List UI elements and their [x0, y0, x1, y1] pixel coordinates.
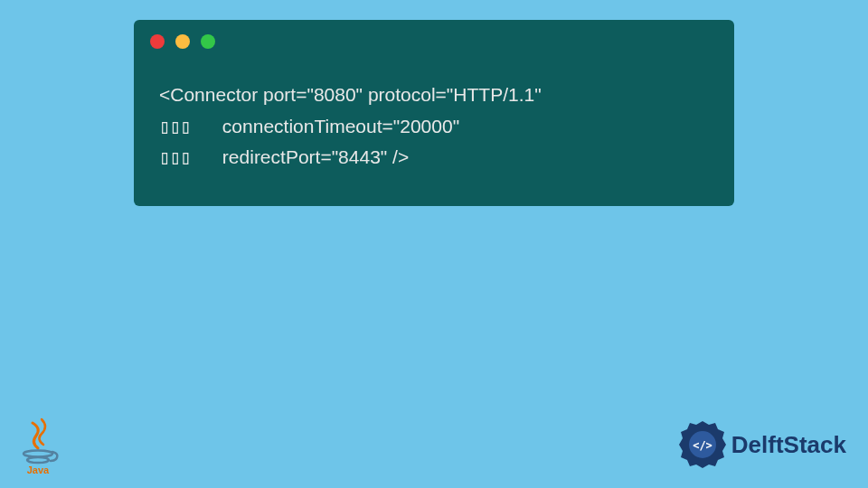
svg-point-0 [24, 451, 52, 457]
java-logo-icon: Java [16, 418, 61, 475]
code-line-3: redirectPort="8443" /> [222, 146, 409, 167]
svg-text:</>: </> [693, 439, 712, 452]
code-line-2: connectionTimeout="20000" [222, 116, 459, 136]
window-controls [134, 20, 734, 58]
maximize-icon [201, 34, 215, 49]
delftstack-badge-icon: </> [677, 419, 728, 470]
delftstack-label: DelftStack [731, 431, 846, 459]
code-window: <Connector port="8080" protocol="HTTP/1.… [134, 20, 734, 206]
indent-glyphs: ▯▯▯ [159, 146, 222, 168]
svg-point-1 [27, 457, 49, 463]
delftstack-logo: </> DelftStack [677, 419, 846, 470]
minimize-icon [175, 34, 190, 49]
code-line-1: <Connector port="8080" protocol="HTTP/1.… [159, 84, 542, 105]
java-label: Java [27, 465, 50, 475]
indent-glyphs: ▯▯▯ [159, 116, 222, 137]
close-icon [150, 34, 165, 49]
code-block: <Connector port="8080" protocol="HTTP/1.… [134, 58, 734, 181]
